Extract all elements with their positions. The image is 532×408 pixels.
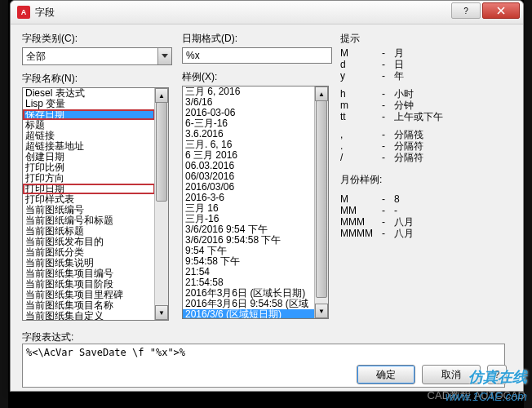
scroll-down-icon[interactable]: ▼: [155, 305, 168, 320]
field-name-item[interactable]: 当前图纸集说明: [23, 258, 155, 268]
hint-row: tt-上午或下午: [340, 111, 443, 122]
ok-label: 确定: [376, 368, 396, 382]
sample-item[interactable]: 21:54: [183, 267, 315, 277]
hint-row: h-小时: [340, 88, 443, 100]
ok-button[interactable]: 确定: [357, 365, 415, 384]
month-sample-label: 月份样例:: [340, 173, 443, 187]
sample-item[interactable]: 06/03/2016: [183, 171, 315, 182]
hint-row: MMMM-八月: [340, 228, 443, 239]
sample-item[interactable]: 三月. 6, 16: [183, 140, 315, 150]
field-category-combo[interactable]: 全部: [22, 47, 172, 65]
sample-item[interactable]: 21:54:58: [183, 277, 315, 288]
sample-item[interactable]: 6 三月 2016: [183, 150, 315, 161]
field-name-item[interactable]: 当前图纸发布目的: [23, 237, 155, 247]
hint-row: d-日: [340, 59, 443, 70]
field-name-item[interactable]: Lisp 变量: [23, 99, 155, 109]
field-name-item[interactable]: 打印方向: [23, 173, 155, 184]
field-name-item[interactable]: 保存日期: [23, 109, 155, 120]
field-name-item[interactable]: 当前图纸编号和标题: [23, 215, 155, 226]
field-name-item[interactable]: Diesel 表达式: [23, 88, 155, 99]
sample-item[interactable]: 3/6/16: [183, 97, 315, 108]
expression-value: %<\AcVar SaveDate \f "%x">%: [26, 347, 185, 358]
hint-row: M-月: [340, 47, 443, 59]
hint-row: ,-分隔筏: [340, 129, 443, 140]
hint-row: m-分钟: [340, 100, 443, 111]
scrollbar-thumb[interactable]: [156, 102, 167, 202]
sample-item[interactable]: 9:54:58 下午: [183, 256, 315, 267]
close-button[interactable]: [482, 2, 520, 19]
brand-url: www.1CAE.com: [446, 390, 527, 403]
cancel-label: 取消: [441, 368, 461, 382]
chevron-down-icon: [157, 48, 171, 64]
brand-overlay: 仿真在线: [468, 367, 527, 387]
scroll-up-icon[interactable]: ▲: [315, 86, 328, 101]
field-name-item[interactable]: 打印样式表: [23, 194, 155, 205]
sample-item[interactable]: 06.03.2016: [183, 161, 315, 171]
hint-row: M-8: [340, 193, 443, 205]
field-name-item[interactable]: 超链接基地址: [23, 141, 155, 152]
sample-item[interactable]: 三月 6, 2016: [183, 86, 315, 97]
field-name-item[interactable]: 当前图纸编号: [23, 205, 155, 215]
field-name-item[interactable]: 当前图纸集自定义: [23, 311, 155, 320]
sample-item[interactable]: 2016年3月6日 9:54:58 (区域: [183, 299, 315, 309]
field-name-item[interactable]: 当前图纸集项目阶段: [23, 279, 155, 290]
sample-item[interactable]: 2016-3-6: [183, 193, 315, 203]
field-name-listbox[interactable]: Diesel 表达式Lisp 变量保存日期标题超链接超链接基地址创建日期打印比例…: [22, 87, 169, 321]
field-name-item[interactable]: 当前图纸集项目名称: [23, 300, 155, 311]
scrollbar[interactable]: ▲ ▼: [314, 86, 328, 318]
field-name-item[interactable]: 标题: [23, 120, 155, 131]
date-format-label: 日期格式(D):: [182, 32, 332, 46]
help-titlebar-button[interactable]: ?: [451, 2, 481, 19]
field-name-item[interactable]: 当前图纸集项目编号: [23, 268, 155, 279]
sample-item[interactable]: 2016-03-06: [183, 108, 315, 118]
date-format-input[interactable]: %x: [182, 47, 332, 64]
field-name-item[interactable]: 当前图纸分类: [23, 247, 155, 258]
dialog-window: A 字段 ? 字段类别(C): 全部 字段名称(N): Diesel 表达式Li…: [10, 0, 524, 392]
field-name-item[interactable]: 打印日期: [23, 184, 155, 194]
hint-row: MMM-八月: [340, 216, 443, 228]
field-name-item[interactable]: 创建日期: [23, 152, 155, 162]
scroll-down-icon[interactable]: ▼: [315, 304, 328, 318]
sample-item[interactable]: 三月-16: [183, 214, 315, 224]
hints-title: 提示: [340, 32, 443, 46]
field-name-item[interactable]: 打印比例: [23, 162, 155, 173]
hints-panel: 提示 M-月d-日y-年 h-小时m-分钟tt-上午或下午 ,-分隔筏.-分隔符…: [340, 32, 443, 239]
field-name-item[interactable]: 当前图纸集项目里程碑: [23, 290, 155, 300]
scrollbar-thumb[interactable]: [316, 100, 327, 298]
hint-row: y-年: [340, 70, 443, 82]
date-format-value: %x: [186, 50, 200, 61]
hint-row: .-分隔符: [340, 140, 443, 152]
sample-listbox[interactable]: 三月 6, 20163/6/162016-03-066-三月-163.6.201…: [182, 86, 329, 319]
sample-label: 样例(X):: [182, 70, 332, 84]
sample-item[interactable]: 2016/03/06: [183, 182, 315, 193]
expression-label: 字段表达式:: [22, 330, 73, 344]
field-category-value: 全部: [26, 50, 46, 64]
scrollbar[interactable]: ▲ ▼: [154, 88, 168, 320]
sample-item[interactable]: 3/6/2016 9:54:58 下午: [183, 235, 315, 246]
app-icon: A: [17, 6, 30, 19]
titlebar[interactable]: A 字段 ?: [11, 1, 523, 24]
field-category-label: 字段类别(C):: [22, 32, 172, 46]
scroll-up-icon[interactable]: ▲: [155, 88, 168, 103]
sample-item[interactable]: 3.6.2016: [183, 129, 315, 140]
sample-item[interactable]: 三月 16: [183, 203, 315, 214]
hint-row: MM--: [340, 205, 443, 216]
sample-item[interactable]: 3/6/2016 9:54 下午: [183, 224, 315, 235]
sample-item[interactable]: 6-三月-16: [183, 118, 315, 129]
sample-item[interactable]: 2016/3/6 (区域短日期): [183, 309, 315, 318]
sample-item[interactable]: 9:54 下午: [183, 246, 315, 256]
field-name-label: 字段名称(N):: [22, 72, 172, 86]
window-title: 字段: [35, 6, 55, 20]
field-name-item[interactable]: 超链接: [23, 131, 155, 141]
hint-row: /-分隔符: [340, 152, 443, 163]
field-name-item[interactable]: 当前图纸标题: [23, 226, 155, 237]
close-icon: [497, 7, 505, 15]
sample-item[interactable]: 2016年3月6日 (区域长日期): [183, 288, 315, 299]
